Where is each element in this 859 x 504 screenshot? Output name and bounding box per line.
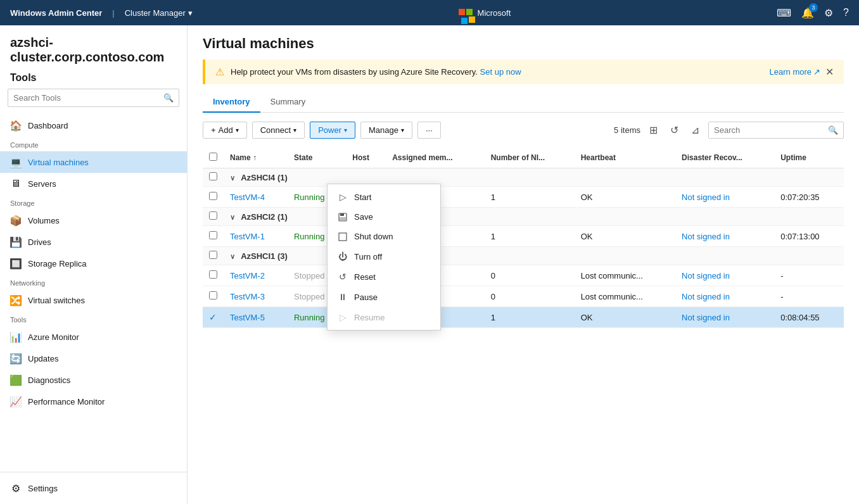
- more-button[interactable]: ···: [417, 122, 441, 139]
- toolbar: + Add ▾ Connect ▾ Power ▾ Manage ▾ ··· 5…: [188, 113, 859, 148]
- vm-nics-cell: 1: [485, 226, 575, 247]
- notifications-icon[interactable]: 🔔 3: [801, 7, 814, 19]
- vm-link[interactable]: TestVM-5: [230, 313, 265, 322]
- columns-button[interactable]: ⊞: [646, 120, 661, 140]
- group-row[interactable]: ∨ AzSHCI2 (1): [203, 208, 844, 226]
- sidebar-item-virtual-machines[interactable]: 💻 Virtual machines: [0, 151, 187, 173]
- sidebar-item-servers[interactable]: 🖥 Servers: [0, 173, 187, 194]
- refresh-button[interactable]: ↺: [666, 120, 682, 140]
- power-menu-save[interactable]: Save: [328, 207, 440, 227]
- cluster-manager-label[interactable]: Cluster Manager ▾: [125, 8, 193, 18]
- azure-monitor-icon: 📊: [10, 331, 22, 343]
- search-tools-button[interactable]: 🔍: [158, 89, 179, 106]
- connect-button[interactable]: Connect ▾: [252, 122, 305, 139]
- group-row[interactable]: ∨ AzSHCI1 (3): [203, 247, 844, 265]
- sidebar-label-diagnostics: Diagnostics: [28, 375, 70, 385]
- sidebar-label-azure-monitor: Azure Monitor: [28, 332, 79, 342]
- sidebar-label-updates: Updates: [28, 354, 58, 363]
- group-checkbox[interactable]: [209, 172, 217, 180]
- tab-inventory[interactable]: Inventory: [203, 92, 260, 113]
- col-disaster[interactable]: Disaster Recov...: [675, 148, 774, 168]
- col-state[interactable]: State: [288, 148, 346, 168]
- vm-link[interactable]: TestVM-3: [230, 292, 265, 301]
- manage-button[interactable]: Manage ▾: [360, 122, 412, 139]
- sidebar-item-diagnostics[interactable]: 🟩 Diagnostics: [0, 369, 187, 391]
- topbar-separator: |: [112, 8, 114, 18]
- vm-name-cell[interactable]: TestVM-5: [224, 307, 288, 328]
- sidebar-item-virtual-switches[interactable]: 🔀 Virtual switches: [0, 289, 187, 311]
- vm-disaster-cell: Not signed in: [675, 307, 774, 328]
- vm-disaster-cell: Not signed in: [675, 226, 774, 247]
- vm-link[interactable]: TestVM-2: [230, 271, 265, 280]
- microsoft-label: Microsoft: [478, 8, 511, 18]
- row-checkbox[interactable]: [209, 291, 217, 299]
- sidebar-item-performance-monitor[interactable]: 📈 Performance Monitor: [0, 391, 187, 412]
- sidebar-item-updates[interactable]: 🔄 Updates: [0, 348, 187, 369]
- col-heartbeat[interactable]: Heartbeat: [575, 148, 675, 168]
- setup-now-link[interactable]: Set up now: [480, 67, 521, 77]
- row-checkbox[interactable]: [209, 192, 217, 200]
- table-row[interactable]: TestVM-4 Running 512 MB 1 OK Not signed …: [203, 187, 844, 208]
- vm-link[interactable]: TestVM-4: [230, 192, 265, 202]
- power-menu-pause[interactable]: ⏸ Pause: [328, 287, 440, 307]
- row-checkmark: ✓: [209, 312, 217, 322]
- sidebar-item-volumes[interactable]: 📦 Volumes: [0, 210, 187, 231]
- vm-search-box[interactable]: 🔍: [708, 122, 844, 139]
- col-host[interactable]: Host: [346, 148, 386, 168]
- vm-name-cell[interactable]: TestVM-3: [224, 286, 288, 307]
- add-button[interactable]: + Add ▾: [203, 122, 247, 139]
- power-button[interactable]: Power ▾: [310, 122, 355, 139]
- power-menu-start[interactable]: ▷ Start: [328, 187, 440, 207]
- power-menu-reset[interactable]: ↺ Reset: [328, 267, 440, 287]
- vm-search-input[interactable]: [709, 122, 823, 138]
- col-uptime[interactable]: Uptime: [774, 148, 844, 168]
- col-name[interactable]: Name ↑: [224, 148, 288, 168]
- group-checkbox[interactable]: [209, 211, 217, 220]
- power-menu-turnoff[interactable]: ⏻ Turn off: [328, 246, 440, 267]
- select-all-checkbox[interactable]: [209, 153, 217, 161]
- table-row[interactable]: TestVM-2 Stopped - 0 Lost communic... No…: [203, 265, 844, 286]
- sidebar-item-storage-replica[interactable]: 🔲 Storage Replica: [0, 253, 187, 274]
- col-memory[interactable]: Assigned mem...: [386, 148, 485, 168]
- sidebar-item-drives[interactable]: 💾 Drives: [0, 231, 187, 253]
- power-menu-resume: ▷ Resume: [328, 307, 440, 327]
- tools-heading: Tools: [0, 70, 187, 89]
- group-checkbox[interactable]: [209, 251, 217, 259]
- vm-name-cell[interactable]: TestVM-1: [224, 226, 288, 247]
- banner-text: Help protect your VMs from disasters by …: [231, 67, 763, 77]
- col-nics[interactable]: Number of NI...: [485, 148, 575, 168]
- expand-icon: ∨: [230, 174, 235, 182]
- table-row[interactable]: TestVM-3 Stopped - 0 Lost communic... No…: [203, 286, 844, 307]
- sidebar-label-performance-monitor: Performance Monitor: [28, 397, 105, 406]
- sidebar-item-dashboard[interactable]: 🏠 Dashboard: [0, 115, 187, 136]
- terminal-icon[interactable]: ⌨: [777, 7, 791, 19]
- expand-icon: ∨: [230, 213, 235, 221]
- table-row[interactable]: TestVM-1 Running 512 MB 1 OK Not signed …: [203, 226, 844, 247]
- row-checkbox[interactable]: [209, 231, 217, 239]
- row-checkbox[interactable]: [209, 270, 217, 279]
- connect-chevron-icon: ▾: [293, 127, 296, 134]
- power-menu-shutdown[interactable]: Shut down: [328, 227, 440, 246]
- sidebar-item-azure-monitor[interactable]: 📊 Azure Monitor: [0, 326, 187, 348]
- sidebar-label-servers: Servers: [28, 179, 56, 189]
- section-tools: Tools: [0, 311, 187, 326]
- filter-button[interactable]: ⊿: [687, 120, 703, 140]
- vm-name-cell[interactable]: TestVM-4: [224, 187, 288, 208]
- learn-more-link[interactable]: Learn more ↗: [770, 67, 820, 77]
- add-icon: +: [211, 125, 216, 135]
- vm-link[interactable]: TestVM-1: [230, 232, 265, 241]
- sidebar-item-settings[interactable]: ⚙ Settings: [0, 477, 187, 499]
- vm-nics-cell: 0: [485, 265, 575, 286]
- search-tools-box[interactable]: 🔍: [8, 89, 179, 107]
- tab-summary[interactable]: Summary: [260, 92, 316, 113]
- vm-search-button[interactable]: 🔍: [823, 122, 843, 138]
- banner-close-button[interactable]: ✕: [825, 66, 834, 78]
- vm-name-cell[interactable]: TestVM-2: [224, 265, 288, 286]
- search-tools-input[interactable]: [8, 89, 158, 106]
- topbar-center: Microsoft: [200, 8, 769, 18]
- group-row[interactable]: ∨ AzSHCI4 (1): [203, 168, 844, 187]
- table-row[interactable]: ✓ TestVM-5 Running 660 MB 1 OK Not signe…: [203, 307, 844, 328]
- settings-icon[interactable]: ⚙: [824, 7, 833, 19]
- group-label: ∨ AzSHCI2 (1): [224, 208, 844, 226]
- help-icon[interactable]: ?: [843, 7, 849, 18]
